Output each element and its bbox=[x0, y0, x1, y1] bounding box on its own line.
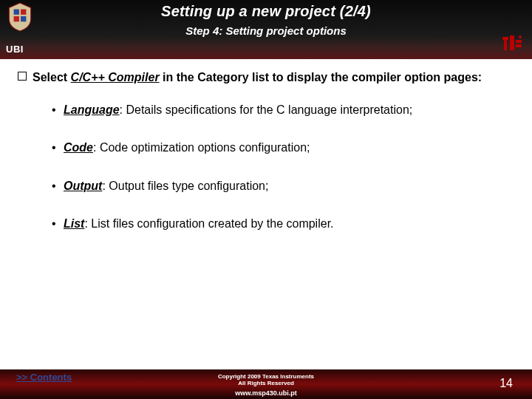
ti-logo-icon bbox=[499, 33, 526, 56]
svg-rect-1 bbox=[21, 10, 26, 15]
svg-point-4 bbox=[519, 35, 522, 38]
copyright-line1: Copyright 2009 Texas Instruments bbox=[218, 373, 314, 380]
item-desc: : Code optimization options configuratio… bbox=[93, 141, 310, 154]
slide-body: Select C/C++ Compiler in the Category li… bbox=[0, 59, 532, 232]
item-term: List bbox=[64, 217, 84, 230]
checkbox-bullet-icon bbox=[18, 72, 27, 81]
footer-url: www.msp430.ubi.pt bbox=[0, 389, 532, 397]
slide-header: Setting up a new project (2/4) Step 4: S… bbox=[0, 0, 532, 59]
ubi-label: UBI bbox=[6, 44, 24, 55]
main-point: Select C/C++ Compiler in the Category li… bbox=[18, 69, 514, 86]
svg-rect-2 bbox=[14, 16, 19, 21]
item-desc: : Details specifications for the C langu… bbox=[120, 103, 413, 116]
list-item: List: List files configuration created b… bbox=[64, 216, 514, 232]
svg-rect-0 bbox=[14, 10, 19, 15]
list-item: Output: Output files type configuration; bbox=[64, 178, 514, 194]
item-desc: : Output files type configuration; bbox=[102, 180, 268, 192]
lead-before: Select bbox=[33, 71, 71, 83]
list-item: Language: Details specifications for the… bbox=[64, 102, 514, 118]
lead-after: in the Category list to display the comp… bbox=[160, 71, 482, 83]
slide-subtitle: Step 4: Setting project options bbox=[0, 20, 532, 37]
slide-footer: >> Contents Copyright 2009 Texas Instrum… bbox=[0, 365, 532, 399]
lead-emphasis: C/C++ Compiler bbox=[71, 71, 160, 83]
item-term: Language bbox=[64, 103, 120, 116]
copyright-text: Copyright 2009 Texas Instruments All Rig… bbox=[0, 373, 532, 387]
item-term: Output bbox=[64, 180, 102, 192]
sub-list: Language: Details specifications for the… bbox=[64, 102, 514, 232]
main-point-text: Select C/C++ Compiler in the Category li… bbox=[33, 69, 482, 86]
item-desc: : List files configuration created by th… bbox=[84, 217, 333, 230]
copyright-line2: All Rights Reserved bbox=[238, 380, 294, 386]
slide-title: Setting up a new project (2/4) bbox=[0, 0, 532, 20]
ubi-crest-icon bbox=[4, 1, 35, 33]
list-item: Code: Code optimization options configur… bbox=[64, 140, 514, 156]
page-number: 14 bbox=[499, 377, 513, 390]
item-term: Code bbox=[64, 141, 93, 154]
svg-rect-3 bbox=[21, 16, 26, 21]
